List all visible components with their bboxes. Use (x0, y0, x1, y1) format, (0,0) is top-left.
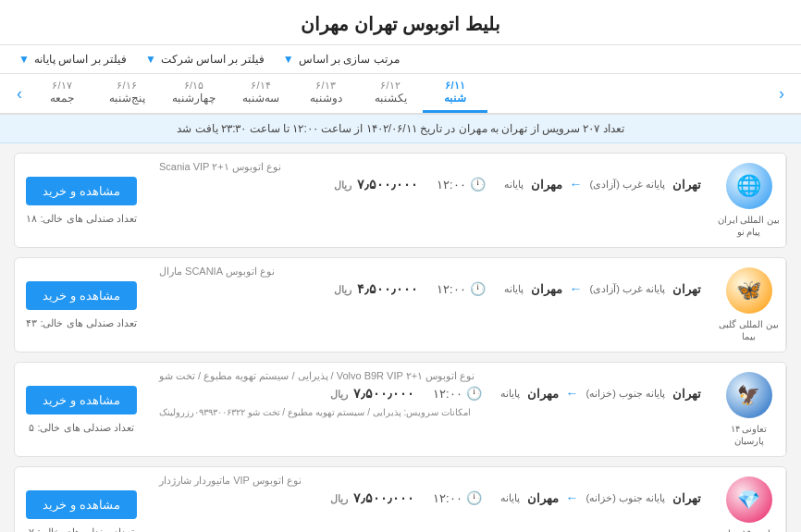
day-label: جمعه (50, 92, 74, 105)
ticket-actions: مشاهده و خرید تعداد صندلی های خالی: ۴۳ (15, 258, 148, 352)
seats-left: تعداد صندلی های خالی: ۵ (29, 422, 133, 434)
day-name: ۶/۱۴ (251, 80, 270, 92)
ticket-price: ۷٫۵۰۰٫۰۰۰ ریال (334, 177, 418, 192)
date-item-5[interactable]: ۶/۱۶پنج‌شنبه (94, 74, 159, 113)
time-value: ۱۲:۰۰ (437, 282, 466, 296)
destination: تهران (672, 178, 701, 192)
buy-button[interactable]: مشاهده و خرید (26, 177, 137, 205)
company-name: بین المللی گلبی بیما (717, 318, 781, 342)
destination: تهران (672, 491, 701, 505)
currency-label: ریال (334, 179, 351, 191)
company-filter[interactable]: فیلتر بر اساس شرکت ▼ (145, 53, 265, 66)
to-terminal: پایانه (504, 283, 524, 295)
seats-left: تعداد صندلی های خالی: ۷ (29, 526, 133, 533)
day-label: یکشنبه (375, 92, 407, 105)
departure-time: 🕛 ۱۲:۰۰ (437, 177, 486, 192)
departure-time: 🕛 ۱۲:۰۰ (433, 490, 482, 505)
date-item-0[interactable]: ۶/۱۱شنبه (423, 74, 487, 113)
ticket-details: نوع اتوبوس VIP ماتیوردار شارژدار تهران پ… (148, 467, 712, 532)
date-prev-button[interactable]: ‹ (771, 80, 792, 108)
origin: مهران (531, 178, 562, 192)
day-name: ۶/۱۵ (184, 80, 203, 92)
ticket-details: نوع اتوبوس SCANIA مارال تهران پایانه غرب… (148, 258, 712, 352)
company-logo: 🦋 بین المللی گلبی بیما (712, 258, 786, 352)
ticket-price: ۷٫۵۰۰٫۰۰۰ ریال (330, 490, 414, 505)
departure-time: 🕛 ۱۲:۰۰ (433, 386, 482, 401)
day-label: چهارشنبه (172, 92, 216, 105)
ticket-actions: مشاهده و خرید تعداد صندلی های خالی: ۷ (15, 467, 148, 532)
currency-label: ریال (330, 493, 348, 504)
ticket-route: تهران پایانه جنوب (خزانه) ← مهران پایانه (500, 490, 701, 505)
ticket-info-row: تهران پایانه غرب (آزادی) ← مهران پایانه … (159, 281, 701, 296)
from-terminal: پایانه جنوب (خزانه) (586, 492, 665, 504)
time-value: ۱۲:۰۰ (433, 387, 462, 401)
ticket-card-3: 💎 تعاونی ۱۵ ترابر بی تا نوع اتوبوس VIP م… (14, 466, 787, 532)
company-logo: 💎 تعاونی ۱۵ ترابر بی تا (712, 467, 786, 532)
company-logo: 🌐 بین المللی ایران پیام نو (712, 154, 786, 247)
date-item-2[interactable]: ۶/۱۳دوشنبه (293, 74, 358, 113)
seats-left: تعداد صندلی های خالی: ۱۸ (26, 213, 136, 225)
date-next-button[interactable]: › (9, 80, 30, 108)
ticket-price: ۴٫۵۰۰٫۰۰۰ ریال (334, 281, 418, 296)
info-bar: تعداد ۲۰۷ سرویس از تهران به مهران در تار… (0, 115, 801, 143)
company-name: تعاونی ۱۴ پارسیان (717, 423, 781, 447)
amenities-text: امکانات سرویس: پذیرایی / سیستم تهویه مطب… (159, 404, 701, 420)
bus-type: نوع اتوبوس VIP ماتیوردار شارژدار (159, 475, 701, 487)
ticket-details: نوع اتوبوس Volvo B9R VIP ۲+۱ / پذیرایی /… (148, 363, 712, 456)
from-terminal: پایانه غرب (آزادی) (590, 283, 665, 295)
company-name: تعاونی ۱۵ ترابر بی تا (717, 527, 781, 532)
destination: تهران (672, 387, 701, 401)
to-terminal: پایانه (504, 179, 524, 191)
sort-filter[interactable]: مرتب سازی بر اساس ▼ (283, 53, 400, 66)
company-logo: 🦅 تعاونی ۱۴ پارسیان (712, 363, 786, 456)
bus-type: نوع اتوبوس Scania VIP ۲+۱ (159, 161, 701, 173)
date-item-4[interactable]: ۶/۱۵چهارشنبه (159, 74, 228, 113)
clock-icon: 🕛 (466, 386, 482, 401)
bus-type: نوع اتوبوس SCANIA مارال (159, 266, 701, 278)
date-item-3[interactable]: ۶/۱۴سه‌شنبه (228, 74, 293, 113)
page-header: بلیط اتوبوس تهران مهران (0, 0, 801, 45)
day-name: ۶/۱۷ (52, 80, 71, 92)
ticket-card-2: 🦅 تعاونی ۱۴ پارسیان نوع اتوبوس Volvo B9R… (14, 362, 787, 457)
price-value: ۴٫۵۰۰٫۰۰۰ (357, 281, 418, 296)
day-label: شنبه (444, 92, 466, 105)
route-arrow-icon: ← (570, 177, 583, 192)
to-terminal: پایانه (500, 492, 520, 504)
ticket-route: تهران پایانه غرب (آزادی) ← مهران پایانه (504, 281, 701, 296)
day-label: دوشنبه (310, 92, 342, 105)
chevron-down-icon: ▼ (145, 53, 156, 66)
date-navigation: ‹ ۶/۱۱شنبه۶/۱۲یکشنبه۶/۱۳دوشنبه۶/۱۴سه‌شنب… (0, 74, 801, 115)
currency-label: ریال (330, 389, 348, 400)
route-arrow-icon: ← (566, 386, 579, 401)
buy-button[interactable]: مشاهده و خرید (26, 386, 137, 414)
day-name: ۶/۱۱ (445, 80, 464, 92)
ticket-route: تهران پایانه جنوب (خزانه) ← مهران پایانه (500, 386, 701, 401)
sort-filter-label: مرتب سازی بر اساس (299, 53, 400, 66)
ticket-price: ۷٫۵۰۰٫۰۰۰ ریال (330, 386, 414, 401)
ticket-route: تهران پایانه غرب (آزادی) ← مهران پایانه (504, 177, 701, 192)
company-name: بین المللی ایران پیام نو (717, 214, 781, 238)
clock-icon: 🕛 (470, 281, 486, 296)
date-item-1[interactable]: ۶/۱۲یکشنبه (358, 74, 423, 113)
company-filter-label: فیلتر بر اساس شرکت (161, 53, 265, 66)
terminal-filter-label: فیلتر بر اساس پایانه (34, 53, 127, 66)
date-item-6[interactable]: ۶/۱۷جمعه (30, 74, 94, 113)
seats-left: تعداد صندلی های خالی: ۴۳ (26, 317, 136, 329)
time-value: ۱۲:۰۰ (433, 491, 462, 505)
info-text: تعداد ۲۰۷ سرویس از تهران به مهران در تار… (177, 122, 623, 135)
day-name: ۶/۱۲ (380, 80, 400, 92)
date-list: ۶/۱۱شنبه۶/۱۲یکشنبه۶/۱۳دوشنبه۶/۱۴سه‌شنبه۶… (30, 74, 771, 113)
bus-type: نوع اتوبوس Volvo B9R VIP ۲+۱ / پذیرایی /… (159, 370, 701, 382)
ticket-actions: مشاهده و خرید تعداد صندلی های خالی: ۱۸ (15, 154, 148, 247)
chevron-down-icon: ▼ (283, 53, 294, 66)
buy-button[interactable]: مشاهده و خرید (26, 281, 137, 310)
currency-label: ریال (334, 284, 351, 295)
terminal-filter[interactable]: فیلتر بر اساس پایانه ▼ (18, 53, 127, 66)
from-terminal: پایانه غرب (آزادی) (590, 179, 665, 191)
filters-bar: مرتب سازی بر اساس ▼ فیلتر بر اساس شرکت ▼… (0, 45, 801, 74)
destination: تهران (672, 282, 701, 296)
ticket-card-1: 🦋 بین المللی گلبی بیما نوع اتوبوس SCANIA… (14, 257, 787, 353)
page-title: بلیط اتوبوس تهران مهران (0, 13, 801, 35)
buy-button[interactable]: مشاهده و خرید (26, 490, 137, 519)
to-terminal: پایانه (500, 388, 520, 400)
